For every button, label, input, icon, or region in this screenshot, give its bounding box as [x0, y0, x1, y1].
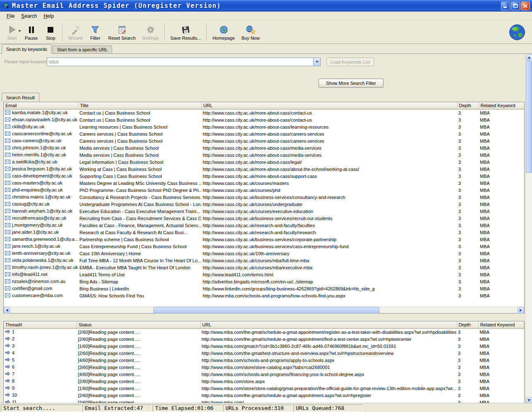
table-row[interactable]: christina.makris.1@city.ac.ukConsultancy… [4, 194, 524, 201]
column-header-related-keyword[interactable]: Related Keyword [479, 102, 524, 109]
scroll-down-button[interactable] [526, 397, 532, 404]
table-row[interactable]: helen.merrills.1@city.ac.ukMedia service… [4, 151, 524, 158]
table-row[interactable]: tenth-anniversary@city.ac.ukCass 10th An… [4, 250, 524, 257]
horizontal-scrollbar-thumb[interactable] [153, 307, 379, 314]
status-field-1: Time Elapsed:01:06 [153, 405, 222, 412]
table-row[interactable]: jane.alder.1@city.ac.ukResearch at Cass … [4, 229, 524, 236]
table-row[interactable]: hannah.weyham.1@city.ac.ukExecutive Educ… [4, 208, 524, 215]
table-row[interactable]: cortifier@gmail.comBing Business | Linke… [4, 285, 524, 292]
tab-search-result[interactable]: Search Result [2, 93, 39, 102]
dropdown-arrow-icon[interactable] [18, 28, 21, 33]
table-row[interactable]: casscareersonline@city.ac.ukCareers serv… [4, 130, 524, 137]
maximize-button[interactable] [511, 2, 520, 10]
toolbar-separator [206, 24, 207, 41]
table-row[interactable]: cass-masters@city.ac.ukMasters Degree at… [4, 180, 524, 187]
toolbar-button-wizard[interactable]: Wizard [65, 22, 86, 43]
floppy-icon [181, 24, 191, 35]
result-table: EmailTitleURLDepthRelated Keywordkamba.m… [4, 102, 524, 307]
table-row[interactable]: samantha.greenwood.1@city.a...Partnershi… [4, 236, 524, 243]
toolbar-button-start[interactable]: Start [2, 22, 22, 43]
table-row[interactable]: customercare@mba.comGMASS: How Schools F… [4, 292, 524, 299]
table-row[interactable]: 5[4/60]Reading page content.....http://w… [4, 357, 524, 364]
tab-search-by-keywords[interactable]: Search by keywords [2, 44, 52, 54]
gear-icon [146, 24, 156, 35]
toolbar-button-filter[interactable]: Filter [86, 22, 105, 43]
menu-help[interactable]: Help [40, 12, 57, 20]
vertical-scrollbar-thumb[interactable] [526, 61, 532, 173]
scroll-up-button[interactable] [526, 54, 532, 61]
toolbar-button-settings[interactable]: Settings [139, 22, 162, 43]
toolbar-button-homepage[interactable]: Homepage [209, 22, 238, 43]
table-row[interactable]: 6[3/60]Reading page content.....http://w… [4, 364, 524, 371]
cart-globe-icon [245, 24, 256, 35]
column-header-email[interactable]: Email [4, 102, 78, 109]
table-row[interactable]: jane.reoch.1@city.ac.ukCass Entrepreneur… [4, 243, 524, 250]
envelope-icon [5, 132, 10, 137]
table-row[interactable]: jessica.ferguson.1@city.ac.ukWorking at … [4, 165, 524, 172]
menu-file[interactable]: File [3, 12, 18, 20]
column-header-url[interactable]: URL [201, 102, 457, 109]
toolbar-button-reset-search[interactable]: Reset Search [105, 22, 139, 43]
load-keywords-button[interactable]: Load Keywords List [326, 57, 374, 66]
stop-icon [46, 24, 55, 35]
table-row[interactable]: nzsales@ninemsn.com.auBing Ads - Sitemap… [4, 278, 524, 285]
show-more-filter-button[interactable]: Show More Search Filter [319, 79, 383, 88]
thread-arrow-icon [5, 336, 10, 342]
column-header-depth[interactable]: Depth [457, 102, 479, 109]
table-row[interactable]: a.swidlicka@city.ac.ukLegal information … [4, 158, 524, 165]
tab-start-from-a-specific-url[interactable]: Start from a specific URL [53, 46, 112, 53]
table-row[interactable]: cassug@city.ac.ukUndergraduate Programme… [4, 201, 524, 208]
column-header-depth[interactable]: Depth [457, 321, 478, 328]
thread-arrow-icon [5, 400, 10, 403]
column-header-thread[interactable]: Thread# [4, 321, 77, 328]
toolbar-button-stop[interactable]: Stop [41, 22, 60, 43]
table-row[interactable]: 2[2/60]Reading page content.....http://w… [4, 335, 524, 343]
column-header-status[interactable]: Status [77, 321, 200, 328]
table-row[interactable]: info@lead411.netLead411 Terms of Usehttp… [4, 271, 524, 278]
combo-dropdown-button[interactable] [313, 58, 320, 66]
close-button[interactable] [521, 2, 530, 10]
keyword-panel: Please input keyword(s): MBA Load Keywor… [0, 54, 532, 93]
horizontal-scrollbar[interactable] [4, 307, 524, 313]
globe-logo-icon [509, 24, 525, 41]
scroll-right-button[interactable] [518, 307, 524, 314]
thread-arrow-icon [5, 364, 10, 370]
table-row[interactable]: 11[2/60]Reading page content.....http://… [4, 399, 524, 403]
table-row[interactable]: phd-enquiries@city.ac.ukPhD Programme- C… [4, 187, 524, 194]
thread-arrow-icon [5, 378, 10, 384]
table-row[interactable]: 3[1/60]Reading page content.....http://w… [4, 343, 524, 350]
table-row[interactable]: 1[2/60]Reading page content.....http://w… [4, 328, 524, 335]
scroll-left-button[interactable] [4, 307, 10, 314]
envelope-icon [5, 153, 10, 158]
table-row[interactable]: kamba.matale.1@city.ac.ukContact us | Ca… [4, 109, 524, 116]
toolbar-button-save-results[interactable]: Save Results... [167, 22, 204, 43]
table-row[interactable]: j.montgomery@city.ac.ukFaculties at Cass… [4, 222, 524, 229]
table-row[interactable]: 10[2/60]Reading page content.....http://… [4, 392, 524, 399]
keyword-combobox[interactable]: MBA [47, 57, 321, 66]
table-row[interactable]: 8[2/60]Reading page content.....http://w… [4, 378, 524, 385]
column-header-title[interactable]: Title [78, 102, 201, 109]
toolbar-button-pause[interactable]: Pause [22, 22, 41, 43]
table-row[interactable]: cklib@city.ac.ukLearning resources | Cas… [4, 123, 524, 130]
table-row[interactable]: timothy.navin-jones.1@city.ac.ukEMBA - E… [4, 264, 524, 271]
column-header-url[interactable]: URL [200, 321, 457, 328]
column-header-related-keyword[interactable]: Related Keyword [478, 321, 524, 328]
toolbar-button-buy-now[interactable]: Buy Now [238, 22, 263, 43]
menu-search[interactable]: Search [18, 12, 40, 20]
table-row[interactable]: cass-careers@city.ac.ukCareers services … [4, 137, 524, 144]
menubar: FileSearchHelp [0, 12, 532, 21]
envelope-icon [5, 258, 10, 263]
table-row[interactable]: 7[4/60]Reading page content.....http://w… [4, 371, 524, 378]
table-row[interactable]: chris.johnson.1@city.ac.ukMedia services… [4, 144, 524, 151]
app-window: Master Email Address Spider (Unregister … [0, 0, 532, 412]
table-row[interactable]: cass-development@city.ac.ukSupporting Ca… [4, 172, 524, 180]
envelope-icon [5, 216, 10, 221]
play-icon [7, 24, 17, 35]
minimize-button[interactable] [501, 2, 510, 10]
table-row[interactable]: viola.polakowska.1@city.ac.ukFull Time M… [4, 257, 524, 264]
table-row[interactable]: recruitfromcass@city.ac.ukRecruiting fro… [4, 215, 524, 222]
table-row[interactable]: 4[2/60]Reading page content.....http://w… [4, 350, 524, 357]
table-row[interactable]: 9[1/60]Reading page content.....http://w… [4, 385, 524, 392]
vertical-scrollbar[interactable] [525, 54, 532, 404]
table-row[interactable]: ehsan.razavizadeh.1@city.ac.ukContact us… [4, 116, 524, 123]
